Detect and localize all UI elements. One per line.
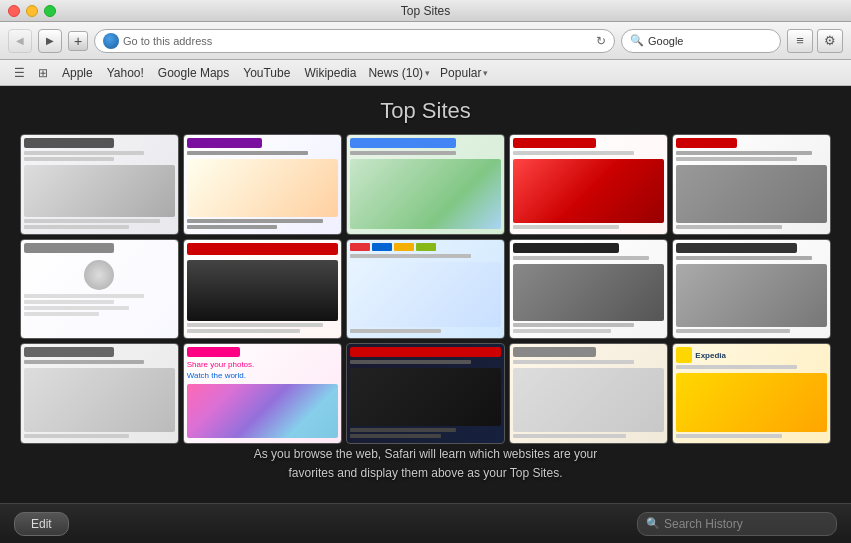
popular-label: Popular [440,66,481,80]
thumbnail-ebay[interactable] [346,239,505,340]
search-history-bar[interactable]: 🔍 Search History [637,512,837,536]
back-icon: ◀ [16,35,24,46]
popular-chevron-icon: ▾ [483,68,488,78]
forward-icon: ▶ [46,35,54,46]
popular-dropdown[interactable]: Popular ▾ [436,64,492,82]
plus-icon: + [74,33,82,49]
info-line2: favorites and display them above as your… [289,466,563,480]
maximize-button[interactable] [44,5,56,17]
info-text: As you browse the web, Safari will learn… [226,445,626,483]
thumbnail-nyt-right[interactable] [672,134,831,235]
content-area: Top Sites [0,86,851,543]
page-title: Top Sites [380,98,471,124]
thumbnail-nyt3[interactable] [672,239,831,340]
thumbnail-random[interactable] [509,343,668,444]
thumbnail-apple[interactable] [20,134,179,235]
thumbnails-grid: Share your photos. Watch the world. [16,134,836,444]
search-history-text: Search History [664,517,743,531]
window-title: Top Sites [401,4,450,18]
thumbnail-youtube[interactable] [509,134,668,235]
thumbnail-nytimes[interactable] [509,239,668,340]
bookmark-apple[interactable]: Apple [56,64,99,82]
gear-icon: ⚙ [824,33,836,48]
search-history-icon: 🔍 [646,517,660,530]
close-button[interactable] [8,5,20,17]
top-sites-button[interactable]: ⊞ [32,63,54,83]
address-text: Go to this address [123,35,592,47]
edit-button[interactable]: Edit [14,512,69,536]
toolbar-right: ≡ ⚙ [787,29,843,53]
reader-button[interactable]: ≡ [787,29,813,53]
bottom-bar: Edit 🔍 Search History [0,503,851,543]
reader-icon: ≡ [796,33,804,48]
news-chevron-icon: ▾ [425,68,430,78]
thumbnail-expedia[interactable]: Expedia [672,343,831,444]
settings-button[interactable]: ⚙ [817,29,843,53]
bookmark-youtube[interactable]: YouTube [237,64,296,82]
bookmarks-bar: ☰ ⊞ Apple Yahoo! Google Maps YouTube Wik… [0,60,851,86]
thumbnail-flickr[interactable]: Share your photos. Watch the world. [183,343,342,444]
info-line1: As you browse the web, Safari will learn… [254,447,598,461]
thumbnail-googlemaps[interactable] [346,134,505,235]
bookmark-yahoo[interactable]: Yahoo! [101,64,150,82]
search-bar[interactable]: 🔍 Google [621,29,781,53]
forward-button[interactable]: ▶ [38,29,62,53]
globe-icon [103,33,119,49]
news-dropdown[interactable]: News (10) ▾ [364,64,434,82]
thumbnail-site6[interactable] [20,343,179,444]
search-icon: 🔍 [630,34,644,47]
thumbnail-techsite[interactable] [346,343,505,444]
bookmark-google-maps[interactable]: Google Maps [152,64,235,82]
address-bar[interactable]: Go to this address ↻ [94,29,615,53]
thumbnail-wikipedia[interactable] [20,239,179,340]
title-bar: Top Sites [0,0,851,22]
thumbnail-cnn[interactable] [183,239,342,340]
add-tab-button[interactable]: + [68,31,88,51]
toolbar: ◀ ▶ + Go to this address ↻ 🔍 Google ≡ ⚙ [0,22,851,60]
back-button[interactable]: ◀ [8,29,32,53]
news-label: News (10) [368,66,423,80]
search-text: Google [648,35,772,47]
minimize-button[interactable] [26,5,38,17]
thumbnail-yahoo[interactable] [183,134,342,235]
bookmark-wikipedia[interactable]: Wikipedia [298,64,362,82]
reading-list-button[interactable]: ☰ [8,63,30,83]
window-controls [8,5,56,17]
refresh-button[interactable]: ↻ [596,34,606,48]
